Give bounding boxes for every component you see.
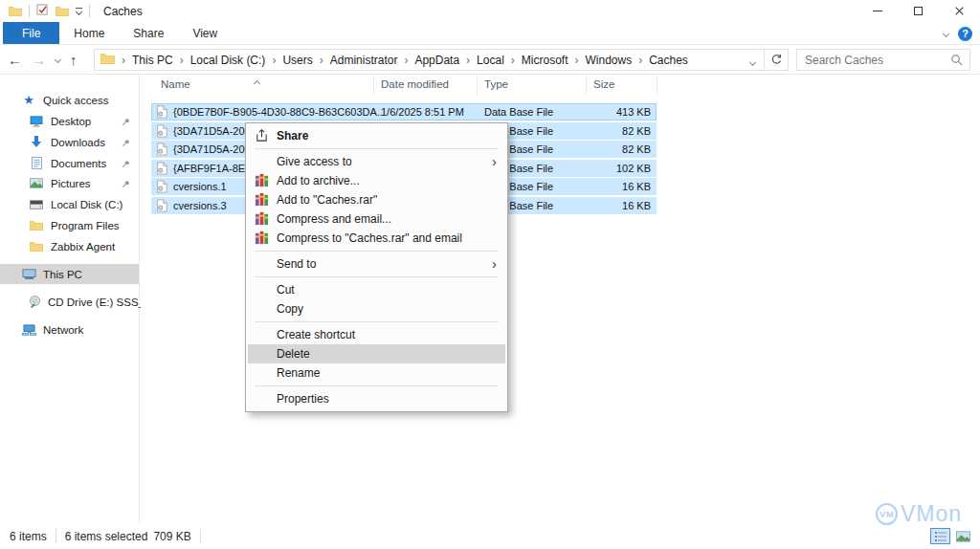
- breadcrumb-item[interactable]: Microsoft: [522, 54, 568, 67]
- large-icons-view-button[interactable]: [953, 528, 973, 544]
- menu-item-compress-and-email[interactable]: Compress and email...: [248, 209, 505, 229]
- qat-separator: [29, 5, 30, 17]
- status-bar: 6 items 6 items selected 709 KB: [0, 523, 980, 549]
- close-icon: [954, 6, 965, 16]
- file-name: {3DA71D5A-200: [173, 125, 251, 137]
- menu-item-give-access-to[interactable]: Give access to ›: [248, 152, 505, 171]
- breadcrumb-item[interactable]: Users: [282, 54, 312, 67]
- menu-item-copy[interactable]: Copy: [248, 299, 505, 318]
- column-header-name[interactable]: Name: [161, 78, 190, 90]
- minimize-button[interactable]: [857, 0, 898, 22]
- menu-item-label: Copy: [277, 302, 303, 316]
- back-button[interactable]: ←: [8, 53, 22, 67]
- tab-file[interactable]: File: [3, 22, 59, 44]
- breadcrumb-item[interactable]: Administrator: [330, 54, 398, 67]
- sidebar-item-local-disk-c[interactable]: Local Disk (C:): [0, 194, 139, 214]
- folder-icon: [29, 220, 44, 231]
- column-header-type[interactable]: Type: [484, 78, 508, 90]
- forward-button[interactable]: →: [32, 53, 46, 67]
- submenu-arrow-icon: ›: [492, 152, 497, 171]
- menu-separator: [255, 385, 499, 386]
- menu-item-label: Add to "Caches.rar": [277, 193, 377, 207]
- column-header-size[interactable]: Size: [593, 78, 614, 90]
- address-dropdown-icon[interactable]: [742, 52, 764, 69]
- tab-share[interactable]: Share: [119, 22, 178, 44]
- menu-item-share[interactable]: Share: [248, 126, 505, 145]
- folder-icon: [29, 241, 44, 252]
- breadcrumb-item[interactable]: AppData: [414, 54, 459, 67]
- winrar-icon: [255, 211, 270, 227]
- sidebar-item-network[interactable]: Network: [0, 319, 139, 340]
- tab-home[interactable]: Home: [59, 22, 119, 44]
- sidebar-item-zabbix-agent[interactable]: Zabbix Agent: [0, 236, 139, 256]
- menu-item-label: Cut: [277, 283, 295, 296]
- column-divider[interactable]: [477, 77, 478, 96]
- up-button[interactable]: ↑: [70, 53, 78, 67]
- menu-item-delete[interactable]: Delete: [248, 344, 505, 363]
- sidebar-item-program-files[interactable]: Program Files: [0, 215, 139, 235]
- breadcrumb-separator: ›: [638, 54, 642, 67]
- menu-separator: [255, 276, 499, 277]
- desktop-icon: [29, 116, 44, 127]
- refresh-button[interactable]: [765, 50, 788, 70]
- search-input[interactable]: Search Caches: [796, 49, 970, 71]
- column-divider[interactable]: [657, 77, 657, 96]
- sidebar-item-downloads[interactable]: Downloads: [0, 132, 139, 152]
- documents-icon: [29, 157, 44, 169]
- breadcrumb-separator: ›: [320, 54, 323, 67]
- close-button[interactable]: [939, 0, 980, 22]
- file-icon: [155, 143, 168, 158]
- address-box[interactable]: › This PC › Local Disk (C:) › Users › Ad…: [94, 49, 789, 71]
- breadcrumb-item[interactable]: Local Disk (C:): [190, 54, 266, 67]
- column-header-date-modified[interactable]: Date modified: [381, 78, 449, 90]
- file-icon: [155, 199, 168, 214]
- help-button[interactable]: ?: [958, 27, 972, 41]
- menu-item-label: Send to: [277, 257, 316, 271]
- menu-item-send-to[interactable]: Send to ›: [248, 254, 505, 274]
- column-divider[interactable]: [373, 77, 374, 96]
- recent-locations-icon[interactable]: [55, 56, 61, 63]
- qat-new-folder-icon[interactable]: [56, 3, 69, 20]
- column-divider[interactable]: [586, 77, 587, 96]
- winrar-icon: [255, 192, 270, 208]
- expand-ribbon-icon[interactable]: [943, 30, 949, 36]
- breadcrumb-item[interactable]: Local: [477, 54, 504, 67]
- address-bar-row: ← → ↑ › This PC › Local Disk (C:) › User…: [0, 45, 980, 75]
- breadcrumb-item[interactable]: Windows: [585, 54, 632, 67]
- context-menu: Share Give access to › Add to archive...…: [245, 122, 508, 412]
- sidebar-item-documents[interactable]: Documents: [0, 153, 139, 173]
- qat-customize-dropdown-icon[interactable]: [76, 8, 82, 14]
- sidebar-item-label: Pictures: [51, 178, 91, 189]
- details-view-button[interactable]: [930, 528, 950, 544]
- sidebar-item-quick-access[interactable]: ★ Quick access: [0, 90, 139, 110]
- window-title: Caches: [103, 5, 143, 18]
- file-explorer-window: { "titlebar": { "title": "Caches", "help…: [0, 0, 980, 549]
- sidebar-item-pictures[interactable]: Pictures: [0, 173, 139, 193]
- menu-item-compress-to-caches-rar-and-email[interactable]: Compress to "Caches.rar" and email: [248, 229, 505, 248]
- navigation-pane: ★ Quick access Desktop Downloads Documen…: [0, 75, 140, 523]
- menu-item-label: Give access to: [277, 155, 352, 168]
- breadcrumb-item[interactable]: This PC: [132, 54, 173, 67]
- tab-view[interactable]: View: [178, 22, 232, 44]
- qat-properties-icon[interactable]: [36, 3, 49, 20]
- downloads-icon: [29, 136, 44, 148]
- menu-separator: [255, 251, 499, 252]
- breadcrumb-item[interactable]: Caches: [649, 54, 688, 67]
- breadcrumb-folder-icon: [100, 53, 115, 67]
- menu-item-create-shortcut[interactable]: Create shortcut: [248, 325, 505, 344]
- maximize-icon: [914, 7, 923, 15]
- search-placeholder: Search Caches: [805, 54, 883, 67]
- sidebar-item-desktop[interactable]: Desktop: [0, 111, 139, 131]
- menu-item-rename[interactable]: Rename: [248, 363, 505, 383]
- sidebar-item-label: Documents: [51, 158, 106, 169]
- sidebar-item-this-pc[interactable]: This PC: [0, 264, 139, 284]
- maximize-button[interactable]: [898, 0, 939, 22]
- menu-item-add-to-archive[interactable]: Add to archive...: [248, 171, 505, 190]
- breadcrumb-separator: ›: [511, 54, 515, 67]
- sidebar-item-cd-drive[interactable]: CD Drive (E:) SSS_X64: [0, 292, 139, 312]
- file-row[interactable]: {0BDE7B0F-B905-4D30-88C9-B63C603DA... 1/…: [151, 103, 657, 121]
- menu-item-properties[interactable]: Properties: [248, 389, 505, 408]
- sidebar-item-label: Network: [43, 324, 83, 336]
- menu-item-add-to-caches-rar[interactable]: Add to "Caches.rar": [248, 190, 505, 209]
- menu-item-cut[interactable]: Cut: [248, 280, 505, 299]
